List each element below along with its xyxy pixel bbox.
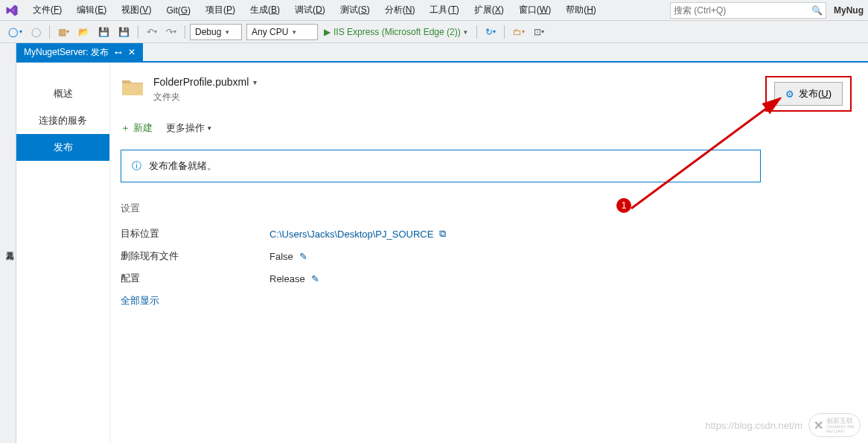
- nav-publish[interactable]: 发布: [16, 134, 109, 161]
- search-field[interactable]: [674, 5, 811, 16]
- tab-title: MyNugetServer: 发布: [24, 46, 109, 59]
- play-icon: ▶: [324, 27, 331, 37]
- status-box: ⓘ 发布准备就绪。: [121, 150, 761, 182]
- menu-debug[interactable]: 调试(D): [287, 1, 333, 19]
- edit-icon[interactable]: ✎: [311, 273, 319, 284]
- save-all-button[interactable]: 💾: [115, 24, 133, 40]
- platform-combo[interactable]: Any CPU▾: [246, 24, 318, 40]
- publish-button[interactable]: ⚙ 发布(U): [774, 82, 843, 106]
- menu-file[interactable]: 文件(F): [25, 1, 69, 19]
- watermark-x-icon: ✕: [814, 418, 823, 433]
- more-actions-button[interactable]: 更多操作 ▾: [166, 121, 211, 135]
- separator: [504, 25, 505, 39]
- profile-name[interactable]: FolderProfile.pubxml ▾: [153, 76, 257, 88]
- menu-test[interactable]: 测试(S): [333, 1, 377, 19]
- show-all-link[interactable]: 全部显示: [121, 294, 761, 307]
- settings-value: Release ✎: [269, 272, 319, 285]
- status-text: 发布准备就绪。: [149, 159, 217, 173]
- browser-link-button[interactable]: 🗀▾: [509, 24, 529, 40]
- watermark-logo: ✕ 创新互联 CHUANG XIN HU LIAN: [808, 413, 861, 437]
- menu-project[interactable]: 项目(P): [198, 1, 243, 19]
- menu-view[interactable]: 视图(V): [114, 1, 159, 19]
- menu-build[interactable]: 生成(B): [243, 1, 287, 19]
- watermark: https://blog.csdn.net/m ✕ 创新互联 CHUANG XI…: [705, 413, 861, 437]
- folder-icon: [121, 76, 144, 97]
- settings-row-config: 配置 Release ✎: [121, 272, 761, 285]
- menu-bar: 文件(F) 编辑(E) 视图(V) Git(G) 项目(P) 生成(B) 调试(…: [0, 0, 868, 21]
- publish-icon: ⚙: [785, 89, 794, 100]
- separator: [49, 25, 50, 39]
- info-icon: ⓘ: [132, 159, 141, 173]
- settings-row-delete: 删除现有文件 False ✎: [121, 249, 761, 263]
- watermark-url: https://blog.csdn.net/m: [705, 420, 802, 431]
- profile-header: FolderProfile.pubxml ▾ 文件夹: [121, 76, 852, 103]
- target-location-link[interactable]: C:\Users\Jacks\Desktop\PJ_SOURCE ⧉: [269, 227, 446, 240]
- menu-extensions[interactable]: 扩展(X): [467, 1, 511, 19]
- config-combo[interactable]: Debug▾: [190, 24, 242, 40]
- separator: [476, 25, 477, 39]
- new-profile-button[interactable]: ＋ 新建: [121, 121, 153, 135]
- open-button[interactable]: 📂: [74, 24, 93, 40]
- new-project-button[interactable]: ▦▾: [54, 24, 73, 40]
- settings-block: 设置 目标位置 C:\Users\Jacks\Desktop\PJ_SOURCE…: [121, 202, 761, 307]
- document-tab-bar: MyNugetServer: 发布 ⊷ ✕: [16, 43, 868, 63]
- refresh-button[interactable]: ↻▾: [482, 24, 500, 40]
- menu-help[interactable]: 帮助(H): [558, 1, 604, 19]
- settings-value: False ✎: [269, 249, 307, 263]
- back-button[interactable]: ◯ ▾: [4, 24, 26, 40]
- search-icon: 🔍: [811, 5, 823, 16]
- publish-button-highlight: ⚙ 发布(U): [765, 76, 852, 112]
- toolbox-panel-tab[interactable]: 工具箱: [0, 43, 16, 443]
- publish-panel: FolderProfile.pubxml ▾ 文件夹 ⚙ 发布(U) ＋ 新建 …: [110, 63, 868, 443]
- settings-row-target: 目标位置 C:\Users\Jacks\Desktop\PJ_SOURCE ⧉: [121, 227, 761, 240]
- forward-button[interactable]: ◯: [28, 24, 45, 40]
- settings-title: 设置: [121, 202, 761, 215]
- edit-icon[interactable]: ✎: [299, 251, 307, 262]
- content-area: 概述 连接的服务 发布 FolderProfile.pubxml ▾ 文件夹 ⚙…: [16, 63, 868, 443]
- close-icon[interactable]: ✕: [128, 47, 135, 57]
- separator: [185, 25, 185, 39]
- undo-button[interactable]: ↶▾: [143, 24, 161, 40]
- nav-overview[interactable]: 概述: [16, 80, 109, 107]
- settings-label: 目标位置: [121, 227, 269, 240]
- annotation-badge-1: 1: [616, 198, 631, 213]
- quick-search-input[interactable]: 🔍: [670, 2, 826, 19]
- main-toolbar: ◯ ▾ ◯ ▦▾ 📂 💾 💾 ↶▾ ↷▾ Debug▾ Any CPU▾ ▶ I…: [0, 21, 868, 43]
- nav-connected-services[interactable]: 连接的服务: [16, 107, 109, 134]
- menu-git[interactable]: Git(G): [159, 2, 198, 19]
- chevron-down-icon: ▾: [208, 124, 211, 132]
- doc-tab-publish[interactable]: MyNugetServer: 发布 ⊷ ✕: [16, 43, 143, 61]
- menu-tools[interactable]: 工具(T): [422, 1, 466, 19]
- menu-analyze[interactable]: 分析(N): [377, 1, 423, 19]
- separator: [138, 25, 138, 39]
- solution-name: MyNug: [834, 5, 864, 16]
- plus-icon: ＋: [121, 121, 130, 135]
- settings-label: 配置: [121, 272, 269, 285]
- vs-logo-icon: [4, 3, 19, 18]
- pin-icon[interactable]: ⊷: [115, 48, 122, 57]
- settings-label: 删除现有文件: [121, 249, 269, 263]
- save-button[interactable]: 💾: [95, 24, 113, 40]
- chevron-down-icon[interactable]: ▾: [253, 78, 257, 86]
- left-nav: 概述 连接的服务 发布: [16, 63, 110, 443]
- run-button[interactable]: ▶ IIS Express (Microsoft Edge (2)) ▾: [319, 24, 472, 40]
- redo-button[interactable]: ↷▾: [162, 24, 180, 40]
- menu-window[interactable]: 窗口(W): [511, 1, 558, 19]
- action-row: ＋ 新建 更多操作 ▾: [121, 121, 852, 135]
- menu-edit[interactable]: 编辑(E): [69, 1, 114, 19]
- more-button[interactable]: ⊡▾: [530, 24, 548, 40]
- profile-subtitle: 文件夹: [153, 91, 257, 103]
- copy-icon[interactable]: ⧉: [439, 228, 446, 240]
